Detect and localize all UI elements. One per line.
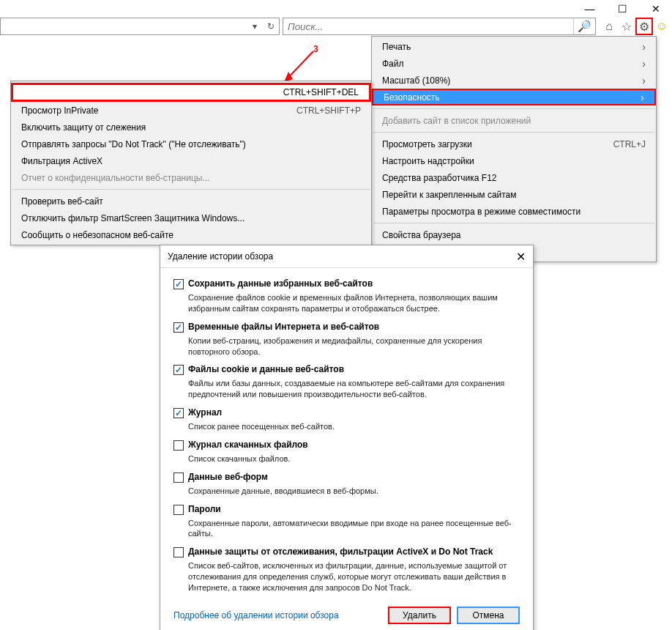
menu-file-label: Файл [382, 59, 404, 69]
gear-icon[interactable]: ⚙ [635, 18, 653, 35]
minimize-button[interactable]: — [573, 0, 606, 17]
refresh-icon[interactable]: ↻ [263, 18, 279, 34]
checkbox[interactable] [173, 279, 184, 289]
submenu-tracking[interactable]: Включить защиту от слежения [11, 119, 371, 136]
address-bar[interactable]: ▾ ↻ [0, 18, 280, 35]
home-icon[interactable]: ⌂ [600, 18, 618, 35]
menu-separator [373, 223, 654, 223]
menu-file[interactable]: Файл [372, 55, 656, 72]
checkbox-row: Временные файлы Интернета и веб-сайтов [173, 322, 520, 333]
checkbox-row: Пароли [173, 504, 520, 515]
checkbox[interactable] [173, 440, 184, 451]
search-input[interactable] [283, 18, 573, 34]
menu-addons[interactable]: Настроить надстройки [372, 152, 656, 169]
close-window-button[interactable]: ✕ [639, 0, 672, 17]
submenu-check-site-label: Проверить веб-сайт [21, 196, 103, 207]
dialog-titlebar: Удаление истории обзора ✕ [160, 245, 533, 267]
delete-history-dialog: Удаление истории обзора ✕ Сохранить данн… [160, 245, 534, 630]
safety-submenu: Удалить журнал браузера... CTRL+SHIFT+DE… [10, 81, 372, 245]
submenu-delete-history-shortcut: CTRL+SHIFT+DEL [283, 87, 359, 97]
submenu-delete-history-label: Удалить журнал браузера... [23, 87, 137, 97]
checkbox-label: Данные защиты от отслеживания, фильтраци… [188, 546, 493, 557]
dialog-footer: Подробнее об удалении истории обзора Уда… [160, 604, 533, 630]
tools-menu: Печать Файл Масштаб (108%) Безопасность … [371, 36, 657, 262]
menu-downloads-shortcut: CTRL+J [613, 139, 646, 149]
submenu-check-site[interactable]: Проверить веб-сайт [11, 193, 371, 210]
submenu-privacy-report: Отчет о конфиденциальности веб-страницы.… [11, 169, 371, 186]
delete-button[interactable]: Удалить [388, 607, 451, 624]
checkbox-row: Данные веб-форм [173, 472, 520, 483]
menu-print[interactable]: Печать [372, 38, 656, 55]
search-bar[interactable]: 🔎 [283, 18, 596, 35]
menu-zoom[interactable]: Масштаб (108%) [372, 72, 656, 89]
menu-pinned-label: Перейти к закрепленным сайтам [382, 190, 517, 200]
cancel-button[interactable]: Отмена [457, 607, 520, 624]
checkbox-label: Данные веб-форм [188, 472, 268, 482]
dialog-buttons: Удалить Отмена [388, 607, 520, 624]
checkbox[interactable] [173, 505, 184, 515]
menu-add-to-apps: Добавить сайт в список приложений [372, 112, 656, 129]
menu-add-to-apps-label: Добавить сайт в список приложений [382, 116, 531, 126]
learn-more-link[interactable]: Подробнее об удалении истории обзора [173, 610, 339, 620]
submenu-dnt-label: Отправлять запросы "Do Not Track" ("Не о… [21, 139, 246, 149]
feedback-icon[interactable]: ☺ [653, 18, 671, 35]
menu-devtools-label: Средства разработчика F12 [382, 173, 497, 183]
annotation-3: 3 [313, 44, 318, 54]
checkbox-description: Список ранее посещенных веб-сайтов. [188, 421, 520, 432]
toolbar: ▾ ↻ 🔎 ⌂ ☆ ⚙ ☺ [0, 17, 672, 36]
checkbox-label: Журнал [188, 407, 222, 418]
checkbox[interactable] [173, 365, 184, 375]
checkbox-description: Сохранение файлов cookie и временных фай… [188, 292, 520, 314]
dialog-body: Сохранить данные избранных веб-сайтовСох… [160, 268, 533, 604]
menu-addons-label: Настроить надстройки [382, 156, 474, 166]
favorites-icon[interactable]: ☆ [618, 18, 635, 35]
dialog-title: Удаление истории обзора [168, 251, 273, 262]
toolbar-icons: ⌂ ☆ ⚙ ☺ [599, 18, 672, 35]
menu-safety[interactable]: Безопасность [372, 89, 656, 105]
checkbox-description: Сохраненные данные, вводившиеся в веб-фо… [188, 486, 520, 497]
menu-pinned[interactable]: Перейти к закрепленным сайтам [372, 186, 656, 203]
submenu-smartscreen[interactable]: Отключить фильтр SmartScreen Защитника W… [11, 210, 371, 226]
menu-compat[interactable]: Параметры просмотра в режиме совместимос… [372, 203, 656, 220]
window-controls: — ☐ ✕ [573, 0, 672, 17]
checkbox[interactable] [173, 322, 184, 333]
menu-downloads[interactable]: Просмотреть загрузкиCTRL+J [372, 136, 656, 152]
checkbox[interactable] [173, 472, 184, 483]
checkbox-label: Журнал скачанных файлов [188, 440, 308, 450]
address-input[interactable] [1, 18, 247, 34]
checkbox[interactable] [173, 408, 184, 418]
submenu-activex[interactable]: Фильтрация ActiveX [11, 152, 371, 169]
checkbox-label: Сохранить данные избранных веб-сайтов [188, 278, 373, 289]
submenu-dnt[interactable]: Отправлять запросы "Do Not Track" ("Не о… [11, 136, 371, 152]
checkbox-row: Файлы cookie и данные веб-сайтов [173, 364, 520, 375]
submenu-activex-label: Фильтрация ActiveX [21, 156, 102, 166]
checkbox-row: Журнал скачанных файлов [173, 440, 520, 451]
menu-print-label: Печать [382, 42, 411, 52]
menu-separator [373, 132, 654, 133]
checkbox-description: Копии веб-страниц, изображения и медиафа… [188, 336, 520, 357]
menu-downloads-label: Просмотреть загрузки [382, 139, 472, 149]
address-dropdown-icon[interactable]: ▾ [247, 18, 263, 34]
checkbox-description: Список скачанных файлов. [188, 453, 520, 464]
submenu-smartscreen-label: Отключить фильтр SmartScreen Защитника W… [21, 213, 244, 223]
submenu-report-unsafe[interactable]: Сообщить о небезопасном веб-сайте [11, 226, 371, 243]
menu-safety-label: Безопасность [384, 92, 440, 103]
menu-compat-label: Параметры просмотра в режиме совместимос… [382, 207, 580, 217]
search-go-icon[interactable]: 🔎 [573, 18, 595, 34]
submenu-delete-history[interactable]: Удалить журнал браузера... CTRL+SHIFT+DE… [11, 83, 371, 102]
menu-options[interactable]: Свойства браузера [372, 226, 656, 243]
menu-devtools[interactable]: Средства разработчика F12 [372, 169, 656, 186]
submenu-inprivate[interactable]: Просмотр InPrivate CTRL+SHIFT+P [11, 102, 371, 119]
checkbox-label: Временные файлы Интернета и веб-сайтов [188, 322, 379, 332]
checkbox-row: Данные защиты от отслеживания, фильтраци… [173, 546, 520, 557]
submenu-report-unsafe-label: Сообщить о небезопасном веб-сайте [21, 230, 173, 240]
checkbox-row: Журнал [173, 407, 520, 418]
checkbox-label: Файлы cookie и данные веб-сайтов [188, 364, 344, 374]
menu-separator [12, 189, 370, 190]
checkbox[interactable] [173, 547, 184, 557]
maximize-button[interactable]: ☐ [606, 0, 639, 17]
submenu-inprivate-label: Просмотр InPrivate [21, 105, 99, 116]
checkbox-description: Файлы или базы данных, создаваемые на ко… [188, 378, 520, 400]
submenu-privacy-report-label: Отчет о конфиденциальности веб-страницы.… [21, 173, 209, 183]
dialog-close-icon[interactable]: ✕ [516, 250, 526, 264]
